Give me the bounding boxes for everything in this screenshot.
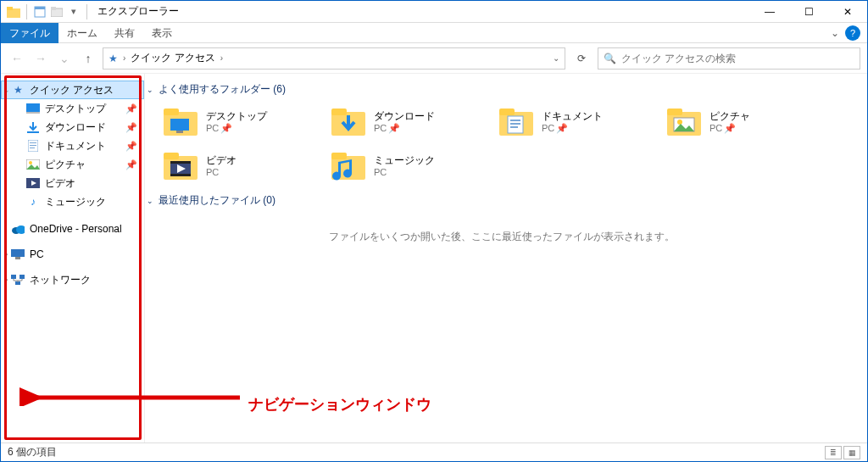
navitem-label: ドキュメント: [45, 139, 120, 153]
navitem-pictures[interactable]: ピクチャ 📌: [1, 155, 144, 174]
svg-rect-30: [331, 109, 347, 115]
navitem-label: PC: [30, 248, 144, 260]
navitem-quick-access[interactable]: ⌄ ★ クイック アクセス: [1, 81, 144, 99]
view-details-button[interactable]: ≣: [825, 446, 842, 459]
folder-item[interactable]: ダウンロードPC 📌: [330, 105, 491, 139]
videos-icon: [26, 176, 40, 190]
svg-rect-20: [11, 249, 25, 257]
qat-separator-2: [86, 4, 87, 19]
navigation-row: ← → ⌄ ↑ ★ › クイック アクセス › ⌄ ⟳ 🔍: [1, 43, 867, 74]
downloads-icon: [26, 120, 40, 134]
tab-file[interactable]: ファイル: [1, 23, 58, 43]
navitem-videos[interactable]: ビデオ: [1, 174, 144, 192]
pictures-icon: [26, 158, 40, 171]
folder-item[interactable]: ビデオPC: [162, 149, 323, 183]
close-button[interactable]: ✕: [828, 1, 867, 23]
title-bar: ▾ エクスプローラー — ☐ ✕: [1, 1, 867, 23]
svg-rect-21: [15, 257, 20, 259]
address-history-dropdown-icon[interactable]: ⌄: [553, 53, 559, 63]
navitem-desktop[interactable]: デスクトップ 📌: [1, 99, 144, 118]
search-input[interactable]: [621, 53, 854, 64]
folder-name: ドキュメント: [542, 110, 603, 122]
ribbon-expand-icon[interactable]: ⌄: [825, 27, 845, 39]
tab-home[interactable]: ホーム: [58, 23, 106, 43]
folder-name: ミュージック: [374, 154, 435, 166]
content-area[interactable]: ⌄ よく使用するフォルダー (6) デスクトップPC 📌ダウンロードPC 📌ドキ…: [145, 74, 867, 443]
body: ⌄ ★ クイック アクセス デスクトップ 📌 ダウンロード 📌 ドキュメント 📌: [1, 74, 867, 443]
tab-share[interactable]: 共有: [106, 23, 143, 43]
chevron-down-icon[interactable]: ⌄: [147, 197, 153, 205]
forward-button[interactable]: →: [31, 49, 50, 68]
status-bar: 6 個の項目 ≣ ▦: [1, 443, 867, 461]
folder-icon: [665, 105, 703, 139]
folder-location: PC: [206, 166, 236, 178]
svg-rect-5: [51, 7, 56, 10]
maximize-button[interactable]: ☐: [789, 1, 828, 23]
folder-item[interactable]: ミュージックPC: [330, 149, 491, 183]
svg-rect-11: [30, 142, 36, 143]
navitem-music[interactable]: ♪ ミュージック: [1, 192, 144, 211]
annotation-label: ナビゲーションウィンドウ: [248, 394, 431, 415]
navitem-documents[interactable]: ドキュメント 📌: [1, 136, 144, 155]
folder-item[interactable]: デスクトップPC 📌: [162, 105, 323, 139]
folder-icon: [498, 105, 535, 139]
help-icon[interactable]: ?: [845, 25, 860, 41]
expand-icon[interactable]: ›: [1, 250, 13, 259]
group-recent-files[interactable]: ⌄ 最近使用したファイル (0): [147, 190, 857, 211]
search-icon: 🔍: [604, 53, 616, 64]
svg-rect-27: [170, 119, 189, 131]
recent-locations-button[interactable]: ⌄: [55, 49, 74, 68]
pin-icon: 📌: [125, 122, 137, 133]
svg-rect-23: [19, 275, 25, 279]
navitem-pc[interactable]: › PC: [1, 245, 144, 264]
folder-item[interactable]: ドキュメントPC 📌: [498, 105, 659, 139]
navitem-label: ネットワーク: [30, 273, 144, 287]
pin-icon: 📌: [388, 122, 400, 134]
expand-icon[interactable]: ›: [1, 276, 13, 284]
svg-rect-7: [26, 112, 40, 114]
navitem-label: ダウンロード: [45, 120, 120, 135]
svg-rect-3: [35, 7, 45, 9]
group-frequent-folders[interactable]: ⌄ よく使用するフォルダー (6): [147, 79, 857, 100]
qat-properties-icon[interactable]: [32, 4, 47, 19]
quick-access-toolbar: ▾: [1, 4, 91, 19]
breadcrumb-quick-access[interactable]: クイック アクセス: [131, 51, 214, 65]
folder-icon: [330, 105, 367, 139]
svg-rect-26: [164, 109, 179, 115]
navitem-network[interactable]: › ネットワーク: [1, 270, 144, 289]
folder-name: ダウンロード: [374, 110, 435, 122]
refresh-button[interactable]: ⟳: [570, 47, 593, 70]
music-icon: ♪: [26, 195, 40, 209]
pin-icon: 📌: [125, 103, 137, 114]
address-bar[interactable]: ★ › クイック アクセス › ⌄: [103, 47, 565, 70]
chevron-down-icon[interactable]: ⌄: [147, 86, 153, 94]
pin-icon: 📌: [220, 122, 232, 134]
back-button[interactable]: ←: [8, 49, 26, 68]
expand-icon[interactable]: ⌄: [1, 86, 13, 94]
folders-grid: デスクトップPC 📌ダウンロードPC 📌ドキュメントPC 📌ピクチャPC 📌ビデ…: [147, 100, 857, 190]
navitem-onedrive[interactable]: OneDrive - Personal: [1, 220, 144, 238]
up-button[interactable]: ↑: [79, 49, 97, 68]
svg-rect-32: [499, 109, 515, 115]
qat-dropdown-icon[interactable]: ▾: [66, 4, 81, 19]
qat-new-folder-icon[interactable]: [49, 4, 64, 19]
navitem-label: ミュージック: [45, 195, 144, 209]
folder-name: ビデオ: [206, 154, 236, 166]
qat-separator: [26, 4, 27, 19]
group-title: よく使用するフォルダー (6): [159, 82, 286, 97]
annotation-arrow-icon: [19, 313, 248, 406]
svg-rect-9: [27, 131, 39, 133]
folder-name: ピクチャ: [709, 110, 750, 122]
search-box[interactable]: 🔍: [598, 47, 860, 70]
minimize-button[interactable]: —: [750, 1, 789, 23]
network-icon: [11, 273, 25, 287]
explorer-window: ▾ エクスプローラー — ☐ ✕ ファイル ホーム 共有 表示 ⌄ ? ← → …: [0, 0, 868, 462]
navitem-label: ビデオ: [45, 176, 144, 191]
group-title: 最近使用したファイル (0): [159, 193, 275, 208]
navitem-downloads[interactable]: ダウンロード 📌: [1, 118, 144, 136]
view-large-icons-button[interactable]: ▦: [843, 446, 860, 459]
breadcrumb-sep-icon-2[interactable]: ›: [220, 53, 223, 63]
folder-item[interactable]: ピクチャPC 📌: [665, 105, 826, 139]
tab-view[interactable]: 表示: [143, 23, 181, 43]
navitem-label: OneDrive - Personal: [30, 223, 144, 235]
